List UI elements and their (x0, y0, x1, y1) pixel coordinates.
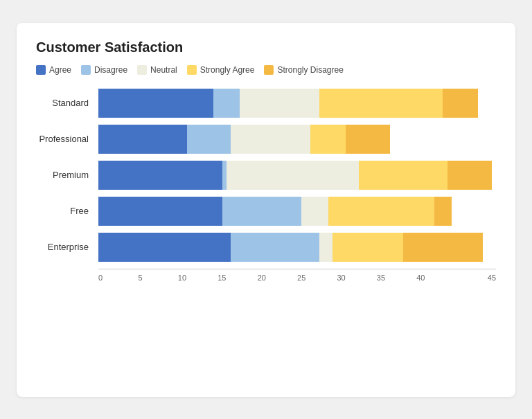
legend: AgreeDisagreeNeutralStrongly AgreeStrong… (36, 65, 496, 75)
x-tick: 30 (337, 274, 376, 282)
bar-segment-strongly_agree (319, 89, 443, 118)
bar-segment-disagree (187, 125, 231, 154)
bar-label: Free (36, 206, 98, 216)
bar-segment-neutral (301, 197, 328, 226)
bar-row: Standard (36, 89, 496, 118)
bar-segment-agree (98, 197, 222, 226)
bar-segment-strongly_disagree (403, 233, 483, 262)
bar-segment-strongly_agree (332, 233, 403, 262)
bar-row: Professional (36, 125, 496, 154)
bar-label: Standard (36, 98, 98, 108)
bar-segment-disagree (222, 197, 302, 226)
bar-segment-neutral (231, 125, 310, 154)
x-tick: 25 (297, 274, 337, 282)
legend-label: Strongly Disagree (277, 65, 343, 75)
bar-track (98, 161, 496, 190)
bar-segment-strongly_disagree (434, 197, 452, 226)
bar-segment-strongly_disagree (443, 89, 478, 118)
bar-segment-strongly_agree (328, 197, 434, 226)
bar-segment-strongly_agree (359, 161, 447, 190)
bar-track (98, 125, 496, 154)
x-tick: 5 (138, 274, 177, 282)
bar-segment-agree (98, 125, 187, 154)
legend-color (36, 65, 46, 75)
bar-segment-disagree (231, 233, 319, 262)
legend-item-strongly-disagree: Strongly Disagree (264, 65, 343, 75)
chart-title: Customer Satisfaction (36, 39, 496, 55)
bar-segment-agree (98, 233, 231, 262)
bar-track (98, 89, 496, 118)
legend-label: Disagree (94, 65, 127, 75)
bar-label: Professional (36, 134, 98, 144)
bar-segment-strongly_disagree (447, 161, 492, 190)
bar-segment-strongly_agree (310, 125, 346, 154)
x-tick: 15 (218, 274, 257, 282)
bar-segment-neutral (240, 89, 319, 118)
legend-color (187, 65, 197, 75)
x-tick: 20 (258, 274, 297, 282)
legend-label: Strongly Agree (200, 65, 255, 75)
x-tick: 45 (456, 274, 496, 282)
x-tick: 0 (98, 274, 138, 282)
legend-color (81, 65, 91, 75)
x-axis: 051015202530354045 (98, 269, 496, 282)
legend-item-agree: Agree (36, 65, 71, 75)
legend-item-disagree: Disagree (81, 65, 127, 75)
x-tick: 10 (178, 274, 218, 282)
bar-segment-strongly_disagree (346, 125, 390, 154)
bar-row: Enterprise (36, 233, 496, 262)
chart-area: StandardProfessionalPremiumFreeEnterpris… (36, 89, 496, 269)
legend-label: Agree (49, 65, 71, 75)
bar-segment-neutral (227, 161, 359, 190)
bar-label: Enterprise (36, 242, 98, 252)
legend-color (264, 65, 274, 75)
legend-item-neutral: Neutral (137, 65, 177, 75)
bar-segment-neutral (319, 233, 332, 262)
bar-label: Premium (36, 170, 98, 180)
bar-segment-agree (98, 161, 222, 190)
bar-track (98, 197, 496, 226)
x-tick: 40 (416, 274, 456, 282)
bar-segment-disagree (213, 89, 240, 118)
bar-row: Free (36, 197, 496, 226)
x-tick: 35 (377, 274, 416, 282)
chart-container: Customer Satisfaction AgreeDisagreeNeutr… (17, 23, 515, 397)
bar-segment-agree (98, 89, 213, 118)
bar-track (98, 233, 496, 262)
legend-color (137, 65, 147, 75)
legend-item-strongly-agree: Strongly Agree (187, 65, 255, 75)
legend-label: Neutral (150, 65, 177, 75)
bar-row: Premium (36, 161, 496, 190)
